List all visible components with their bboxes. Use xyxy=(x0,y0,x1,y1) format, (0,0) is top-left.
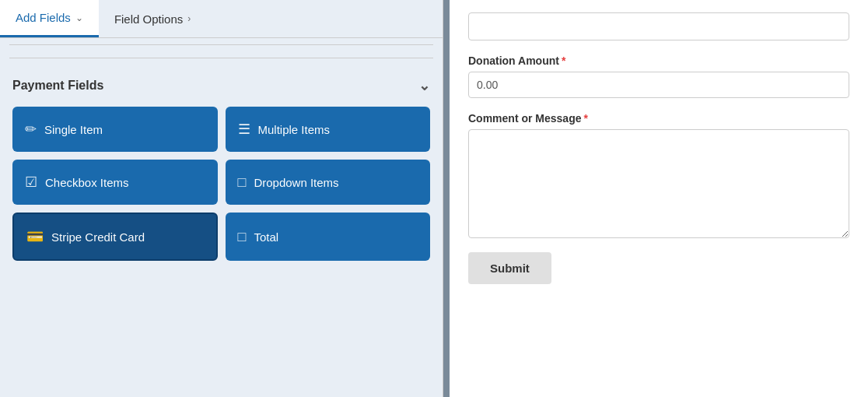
comment-message-group: Comment or Message* xyxy=(468,112,849,238)
total-button[interactable]: □ Total xyxy=(226,213,431,261)
divider2 xyxy=(9,58,433,58)
divider xyxy=(9,44,433,45)
dropdown-items-label: Dropdown Items xyxy=(254,176,338,189)
comment-message-textarea[interactable] xyxy=(468,129,849,238)
right-panel: Donation Amount* Comment or Message* Sub… xyxy=(450,0,868,397)
single-item-label: Single Item xyxy=(44,123,103,136)
checkbox-items-icon: ☑ xyxy=(25,174,37,191)
dropdown-items-button[interactable]: □ Dropdown Items xyxy=(226,160,431,205)
chevron-down-icon: ⌄ xyxy=(75,12,83,23)
donation-amount-input[interactable] xyxy=(468,72,849,98)
panel-divider[interactable] xyxy=(443,0,450,397)
payment-fields-label: Payment Fields xyxy=(12,79,103,93)
checkbox-items-button[interactable]: ☑ Checkbox Items xyxy=(12,160,218,205)
section-chevron-icon: ⌄ xyxy=(418,77,430,94)
tab-field-options[interactable]: Field Options › xyxy=(99,0,206,37)
checkbox-items-label: Checkbox Items xyxy=(45,176,129,189)
stripe-credit-card-label: Stripe Credit Card xyxy=(51,230,145,244)
single-item-icon: ✏ xyxy=(25,121,37,138)
required-marker2: * xyxy=(583,112,587,125)
chevron-right-icon: › xyxy=(187,13,191,24)
multiple-items-label: Multiple Items xyxy=(258,123,331,136)
donation-amount-group: Donation Amount* xyxy=(468,54,849,98)
left-panel: Add Fields ⌄ Field Options › Payment Fie… xyxy=(0,0,443,397)
tab-bar: Add Fields ⌄ Field Options › xyxy=(0,0,443,38)
donation-amount-label: Donation Amount* xyxy=(468,54,849,67)
multiple-items-button[interactable]: ☰ Multiple Items xyxy=(226,107,431,152)
tab-add-fields-label: Add Fields xyxy=(16,11,71,24)
tab-add-fields[interactable]: Add Fields ⌄ xyxy=(0,0,99,37)
payment-fields-section-header[interactable]: Payment Fields ⌄ xyxy=(0,65,443,104)
multiple-items-icon: ☰ xyxy=(238,121,250,138)
comment-message-label: Comment or Message* xyxy=(468,112,849,125)
stripe-credit-card-icon: 💳 xyxy=(26,228,44,245)
tab-field-options-label: Field Options xyxy=(114,12,183,26)
total-icon: □ xyxy=(238,229,247,245)
required-marker: * xyxy=(562,54,565,67)
total-label: Total xyxy=(254,230,278,244)
dropdown-items-icon: □ xyxy=(238,174,247,191)
stripe-credit-card-button[interactable]: 💳 Stripe Credit Card xyxy=(12,213,218,261)
top-input-area xyxy=(468,12,849,40)
payment-fields-grid: ✏ Single Item ☰ Multiple Items ☑ Checkbo… xyxy=(0,104,443,273)
single-item-button[interactable]: ✏ Single Item xyxy=(12,107,218,152)
submit-button[interactable]: Submit xyxy=(468,252,551,284)
